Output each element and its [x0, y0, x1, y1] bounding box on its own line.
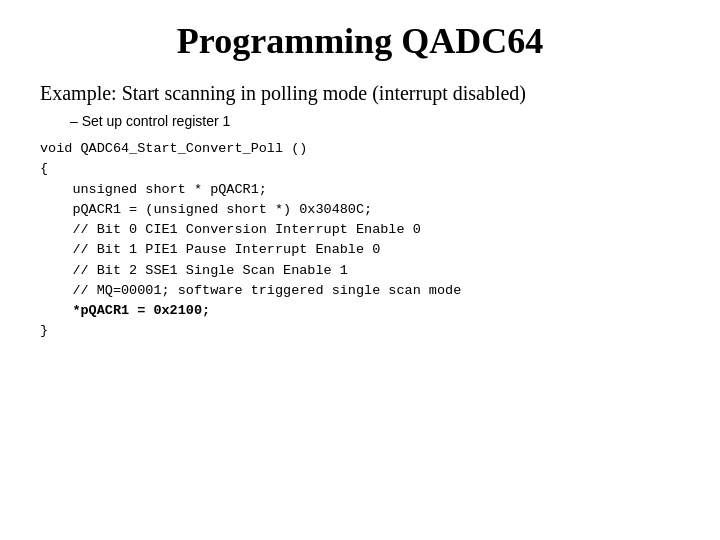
code-block: void QADC64_Start_Convert_Poll (){ unsig… [40, 139, 680, 342]
code-line-4: // Bit 0 CIE1 Conversion Interrupt Enabl… [40, 220, 680, 240]
code-line-8: *pQACR1 = 0x2100; [40, 301, 680, 321]
code-line-5: // Bit 1 PIE1 Pause Interrupt Enable 0 [40, 240, 680, 260]
code-line-2: unsigned short * pQACR1; [40, 180, 680, 200]
page-title: Programming QADC64 [40, 20, 680, 62]
setup-note: – Set up control register 1 [70, 113, 680, 129]
code-line-1: { [40, 159, 680, 179]
code-line-3: pQACR1 = (unsigned short *) 0x30480C; [40, 200, 680, 220]
code-line-0: void QADC64_Start_Convert_Poll () [40, 139, 680, 159]
page: Programming QADC64 Example: Start scanni… [0, 0, 720, 540]
code-line-6: // Bit 2 SSE1 Single Scan Enable 1 [40, 261, 680, 281]
code-line-7: // MQ=00001; software triggered single s… [40, 281, 680, 301]
subtitle: Example: Start scanning in polling mode … [40, 82, 680, 105]
code-line-9: } [40, 321, 680, 341]
